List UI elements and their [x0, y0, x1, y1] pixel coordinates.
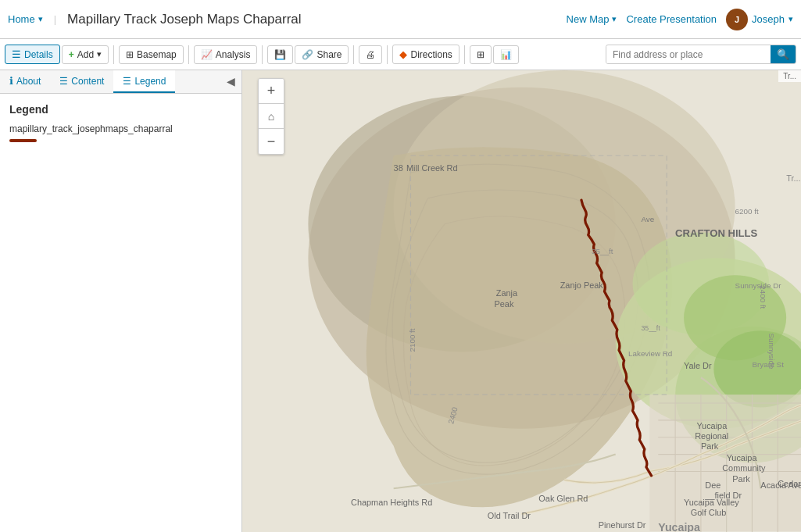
- divider-1: [113, 45, 114, 64]
- zoom-in-button[interactable]: +: [259, 79, 284, 104]
- search-button[interactable]: 🔍: [771, 45, 796, 63]
- new-map-button[interactable]: New Map ▾: [567, 13, 617, 25]
- basemap-label: Basemap: [137, 49, 177, 60]
- analysis-button[interactable]: 📈 Analysis: [194, 45, 258, 64]
- legend-icon: ☰: [123, 76, 131, 87]
- divider-2: [188, 45, 189, 64]
- svg-text:Park: Park: [732, 474, 750, 484]
- divider-6: [464, 45, 465, 64]
- top-navigation: Home ▾ | Mapillary Track Joseph Maps Cha…: [0, 0, 801, 39]
- directions-label: Directions: [410, 49, 452, 60]
- svg-text:Dee: Dee: [705, 480, 721, 490]
- share-icon: 🔗: [302, 49, 313, 60]
- sidebar-tabs: ℹ About ☰ Content ☰ Legend ◀: [0, 70, 241, 94]
- legend-title: Legend: [9, 103, 232, 116]
- zoom-out-icon: −: [267, 134, 276, 150]
- svg-text:Acacia Ave: Acacia Ave: [760, 480, 801, 490]
- svg-text:2100 ft: 2100 ft: [408, 328, 417, 352]
- avatar: J: [726, 9, 748, 30]
- svg-text:CRAFTON HILLS: CRAFTON HILLS: [675, 227, 757, 239]
- grid-view-button[interactable]: ⊞: [470, 45, 492, 64]
- legend-line-symbol: [9, 139, 37, 142]
- svg-text:Pinehurst Dr: Pinehurst Dr: [599, 520, 646, 530]
- svg-text:Yale Dr: Yale Dr: [684, 361, 712, 370]
- details-icon: ☰: [12, 48, 21, 60]
- divider-3: [262, 45, 263, 64]
- svg-text:Community: Community: [722, 463, 766, 473]
- svg-text:Regional: Regional: [695, 431, 728, 441]
- svg-text:Park: Park: [701, 441, 719, 451]
- sidebar: ℹ About ☰ Content ☰ Legend ◀ Legend mapi…: [0, 70, 242, 532]
- tab-about[interactable]: ℹ About: [0, 70, 50, 93]
- directions-icon: ◆: [399, 48, 407, 60]
- svg-text:Zanja: Zanja: [496, 288, 518, 298]
- map-controls: + ⌂ −: [258, 78, 284, 155]
- user-name: Joseph: [752, 13, 785, 25]
- tab-content-label: Content: [71, 76, 104, 87]
- divider-5: [387, 45, 388, 64]
- svg-text:2400 ft: 2400 ft: [759, 285, 767, 309]
- details-button[interactable]: ☰ Details: [5, 45, 60, 64]
- legend-layer-name: mapillary_track_josephmaps_chaparral: [9, 123, 232, 134]
- main-area: ℹ About ☰ Content ☰ Legend ◀ Legend mapi…: [0, 70, 801, 532]
- svg-text:Peak: Peak: [495, 299, 514, 309]
- directions-button[interactable]: ◆ Directions: [392, 45, 459, 64]
- user-dropdown-icon: ▾: [788, 14, 793, 24]
- share-label: Share: [316, 49, 341, 60]
- new-map-dropdown-icon: ▾: [612, 14, 617, 24]
- sidebar-collapse-button[interactable]: ◀: [220, 70, 241, 93]
- sidebar-content: Legend mapillary_track_josephmaps_chapar…: [0, 94, 241, 532]
- print-button[interactable]: 🖨: [359, 45, 382, 64]
- svg-text:Sunnyside: Sunnyside: [767, 333, 776, 369]
- create-presentation-button[interactable]: Create Presentation: [626, 13, 717, 25]
- basemap-icon: ⊞: [126, 49, 134, 60]
- svg-text:Ave: Ave: [641, 215, 654, 223]
- svg-text:Yucaipa: Yucaipa: [727, 453, 758, 462]
- search-input[interactable]: [606, 46, 771, 63]
- svg-text:Lakeview Rd: Lakeview Rd: [628, 349, 672, 358]
- add-button[interactable]: + Add ▾: [62, 45, 109, 64]
- home-nav[interactable]: Home ▾: [8, 13, 43, 25]
- details-label: Details: [24, 49, 53, 60]
- tab-about-label: About: [16, 76, 41, 87]
- svg-text:Golf Club: Golf Club: [691, 508, 726, 517]
- save-button[interactable]: 💾: [267, 45, 293, 64]
- print-icon: 🖨: [366, 49, 375, 60]
- svg-text:Tr...: Tr...: [786, 173, 800, 183]
- search-box[interactable]: 🔍: [606, 45, 796, 64]
- home-dropdown-icon[interactable]: ▾: [38, 14, 43, 24]
- svg-text:38: 38: [394, 163, 403, 173]
- tab-content[interactable]: ☰ Content: [50, 70, 113, 93]
- home-label[interactable]: Home: [8, 13, 35, 25]
- map-attribution: Tr...: [778, 70, 801, 82]
- analysis-icon: 📈: [201, 49, 213, 60]
- svg-text:Mill Creek Rd: Mill Creek Rd: [406, 163, 457, 173]
- svg-text:35__ft: 35__ft: [641, 324, 660, 332]
- share-button[interactable]: 🔗 Share: [295, 45, 349, 64]
- analysis-label: Analysis: [216, 49, 251, 60]
- add-dropdown-icon: ▾: [97, 49, 102, 59]
- home-button[interactable]: ⌂: [259, 104, 284, 129]
- collapse-icon: ◀: [227, 75, 235, 87]
- map-area[interactable]: 38 Mill Creek Rd CRAFTON HILLS Ave Lakev…: [242, 70, 801, 532]
- zoom-out-button[interactable]: −: [259, 129, 284, 154]
- svg-text:35__ft: 35__ft: [592, 247, 613, 255]
- svg-text:__field Dr: __field Dr: [704, 491, 742, 500]
- page-title: Mapillary Track Joseph Maps Chaparral: [67, 12, 558, 27]
- chart-button[interactable]: 📊: [493, 45, 519, 64]
- svg-text:Zanjo Peak: Zanjo Peak: [560, 280, 604, 290]
- tab-legend[interactable]: ☰ Legend: [113, 70, 175, 93]
- divider-4: [353, 45, 354, 64]
- zoom-in-icon: +: [267, 83, 276, 99]
- svg-text:Yucaipa: Yucaipa: [658, 521, 700, 532]
- home-icon: ⌂: [268, 110, 274, 123]
- create-presentation-label: Create Presentation: [626, 13, 717, 25]
- user-menu[interactable]: J Joseph ▾: [726, 9, 793, 30]
- toolbar: ☰ Details + Add ▾ ⊞ Basemap 📈 Analysis 💾…: [0, 39, 801, 70]
- add-label: Add: [77, 49, 94, 60]
- about-icon: ℹ: [9, 75, 13, 87]
- nav-right-section: New Map ▾ Create Presentation J Joseph ▾: [567, 9, 793, 30]
- svg-text:Yucaipa: Yucaipa: [696, 421, 728, 430]
- svg-text:Oak Glen Rd: Oak Glen Rd: [538, 494, 588, 503]
- basemap-button[interactable]: ⊞ Basemap: [119, 45, 184, 64]
